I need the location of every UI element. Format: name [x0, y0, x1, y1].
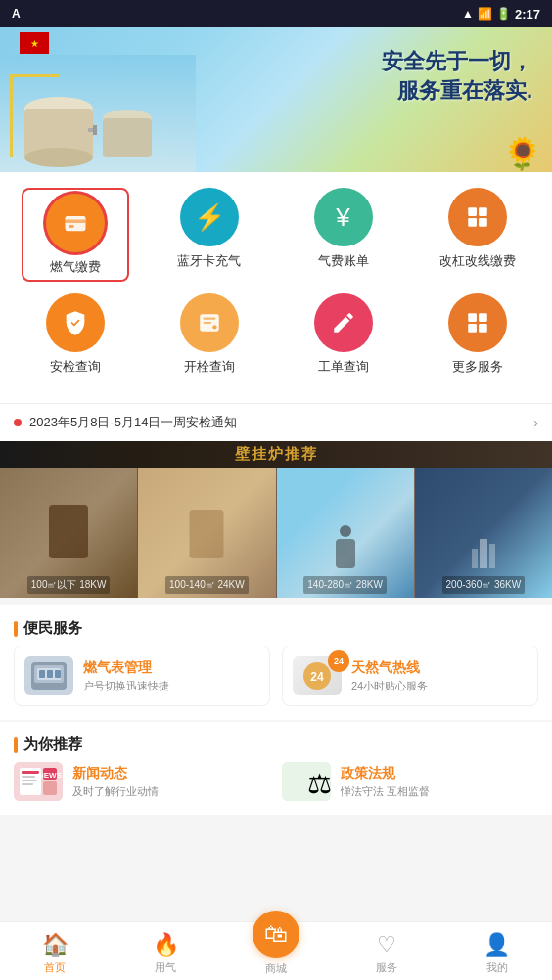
nav-mine[interactable]: 👤 我的 [441, 928, 552, 975]
rec-card-news[interactable]: NEWS 新闻动态 及时了解行业动情 [14, 762, 270, 801]
section-bar-recommended [14, 737, 18, 753]
policy-icon: ⚖ [282, 762, 331, 801]
svg-rect-38 [22, 783, 33, 785]
svg-rect-23 [468, 324, 477, 333]
service-card-hotline[interactable]: 24 24 天然气热线 24小时贴心服务 [282, 646, 538, 706]
nav-service-label: 服务 [376, 960, 397, 975]
icons-row-2: 安检查询 开栓查询 工单查询 [8, 293, 544, 376]
rec-card-policy[interactable]: ⚖ 政策法规 惮法守法 互相监督 [282, 762, 538, 801]
sunflower-decoration: 🌻 [503, 135, 542, 172]
recommended-title: 为你推荐 [23, 735, 82, 754]
rec-card-text-news: 新闻动态 及时了解行业动情 [72, 765, 159, 799]
rec-card-name-news: 新闻动态 [72, 765, 159, 782]
rec-card-name-policy: 政策法规 [341, 765, 430, 782]
wifi-icon: ▲ [462, 7, 474, 21]
svg-rect-16 [479, 218, 487, 227]
svg-text:NEWS: NEWS [38, 771, 63, 780]
industrial-illustration [0, 55, 196, 172]
icon-label-safety: 安检查询 [50, 358, 101, 376]
service-card-gas-meter[interactable]: 燃气表管理 户号切换迅速快捷 [14, 646, 270, 706]
recommended-header: 为你推荐 [0, 722, 552, 762]
icon-circle-safety [46, 293, 105, 352]
icon-gas-pay[interactable]: 燃气缴费 [22, 188, 129, 282]
heater-spec-3: 140-280㎡ 28KW [277, 468, 415, 598]
status-bar: A ▲ 📶 🔋 2:17 [0, 0, 552, 27]
icon-circle-gas-pay [46, 194, 105, 252]
heater-spec-2: 100-140㎡ 24KW [138, 468, 276, 598]
svg-rect-21 [468, 313, 477, 322]
home-icon: 🏠 [42, 932, 69, 958]
icon-circle-gas-bill: ¥ [314, 188, 373, 246]
gas-use-icon: 🔥 [153, 932, 179, 958]
heater-specs-row: 100㎡以下 18KW 100-140㎡ 24KW 140-280㎡ 28KW [0, 468, 552, 598]
signal-icon: 📶 [478, 7, 492, 21]
svg-rect-22 [479, 313, 487, 322]
svg-rect-13 [468, 207, 477, 216]
service-card-desc-meter: 户号切换迅速快捷 [83, 679, 169, 693]
badge-24: 24 [328, 650, 349, 672]
svg-rect-10 [65, 216, 85, 231]
svg-rect-9 [10, 74, 59, 77]
icon-label-gas-bill: 气费账单 [318, 252, 369, 270]
svg-rect-30 [55, 670, 61, 678]
icon-bluetooth-gas[interactable]: ⚡ 蓝牙卡充气 [156, 188, 263, 282]
icon-circle-valve [180, 293, 239, 352]
svg-rect-37 [22, 780, 37, 781]
room-furniture-1 [49, 505, 88, 558]
icon-valve-check[interactable]: 开栓查询 [156, 293, 263, 376]
svg-point-20 [212, 325, 216, 329]
gas-meter-icon [24, 656, 73, 695]
main-icons-grid: 燃气缴费 ⚡ 蓝牙卡充气 ¥ 气费账单 [0, 172, 552, 403]
skyline-silhouette [472, 539, 495, 568]
icon-circle-reform [448, 188, 507, 246]
status-left-icon: A [12, 7, 21, 21]
icon-more-services[interactable]: 更多服务 [424, 293, 531, 376]
nav-service[interactable]: ♡ 服务 [331, 928, 441, 975]
mine-icon: 👤 [483, 932, 510, 958]
svg-rect-24 [479, 324, 487, 333]
icon-label-gas-pay: 燃气缴费 [50, 258, 101, 276]
icon-label-workorder: 工单查询 [318, 358, 369, 376]
nav-home[interactable]: 🏠 首页 [0, 928, 111, 975]
svg-rect-29 [47, 670, 53, 678]
rec-card-desc-news: 及时了解行业动情 [72, 784, 159, 799]
convenient-services-header: 便民服务 [0, 605, 552, 646]
icon-circle-more [448, 293, 507, 352]
heater-spec-text-2: 100-140㎡ 24KW [165, 576, 249, 594]
svg-point-3 [24, 148, 93, 167]
icon-label-valve: 开栓查询 [184, 358, 235, 376]
icon-safety-check[interactable]: 安检查询 [22, 293, 129, 376]
icon-gas-bill[interactable]: ¥ 气费账单 [290, 188, 397, 282]
service-card-desc-hotline: 24小时贴心服务 [351, 679, 428, 693]
nav-shop-label: 商城 [265, 961, 287, 976]
service-card-name-meter: 燃气表管理 [83, 659, 169, 677]
bluetooth-symbol: ⚡ [194, 202, 225, 233]
hotline-icon: 24 24 [293, 656, 342, 695]
icon-reform-pay[interactable]: 改杠改线缴费 [424, 188, 531, 282]
battery-icon: 🔋 [496, 7, 511, 21]
rec-card-desc-policy: 惮法守法 互相监督 [341, 784, 430, 799]
svg-rect-8 [10, 74, 13, 157]
nav-gas-use[interactable]: 🔥 用气 [111, 928, 221, 975]
hero-slogan-line2: 服务重在落实. [382, 76, 532, 106]
svg-text:24: 24 [310, 670, 324, 684]
svg-rect-19 [203, 322, 211, 324]
service-card-text-meter: 燃气表管理 户号切换迅速快捷 [83, 659, 169, 693]
icons-row-1: 燃气缴费 ⚡ 蓝牙卡充气 ¥ 气费账单 [8, 188, 544, 282]
notice-dot [14, 419, 22, 426]
service-card-text-hotline: 天然气热线 24小时贴心服务 [351, 659, 428, 693]
heater-spec-text-4: 200-360㎡ 36KW [442, 576, 526, 594]
nav-home-label: 首页 [44, 960, 66, 975]
heater-spec-1: 100㎡以下 18KW [0, 468, 138, 598]
nav-shop[interactable]: 🛍 商城 [221, 926, 332, 976]
svg-rect-15 [468, 218, 477, 227]
convenient-services-title: 便民服务 [23, 619, 82, 638]
svg-rect-18 [203, 318, 215, 320]
nav-spacer [0, 815, 552, 883]
recommend-cards-row: NEWS 新闻动态 及时了解行业动情 ⚖ 政策法规 惮法守法 互相监督 [0, 762, 552, 815]
notice-bar[interactable]: 2023年5月8日-5月14日一周安检通知 › [0, 403, 552, 441]
flag-icon [20, 32, 49, 54]
bottom-nav: 🏠 首页 🔥 用气 🛍 商城 ♡ 服务 👤 我的 [0, 921, 552, 980]
icon-workorder[interactable]: 工单查询 [290, 293, 397, 376]
heater-banner[interactable]: 壁挂炉推荐 100㎡以下 18KW 100-140㎡ 24KW 140-280㎡… [0, 441, 552, 598]
